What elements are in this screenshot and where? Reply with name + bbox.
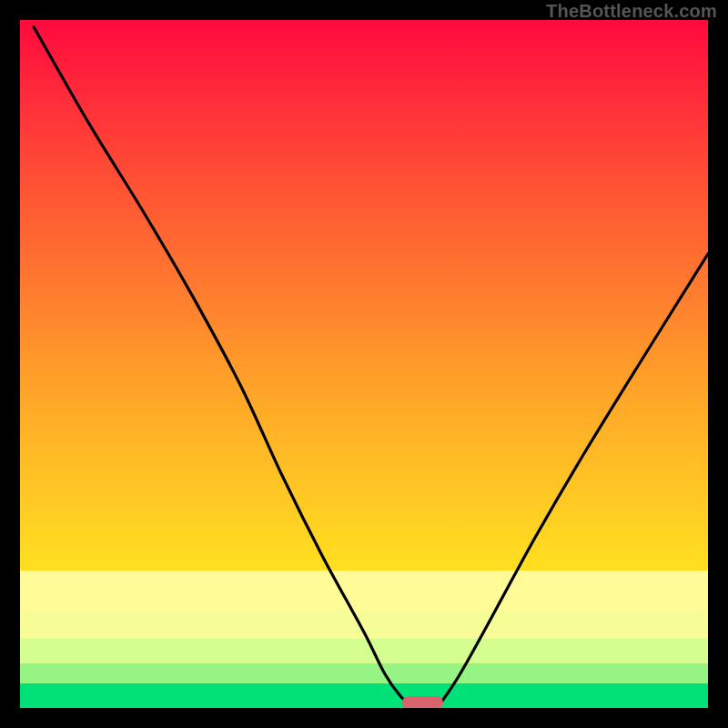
watermark-text: TheBottleneck.com bbox=[546, 1, 717, 22]
optimal-point-marker bbox=[402, 696, 443, 708]
chart-plot-area bbox=[20, 20, 708, 708]
bottleneck-curve bbox=[20, 20, 708, 708]
